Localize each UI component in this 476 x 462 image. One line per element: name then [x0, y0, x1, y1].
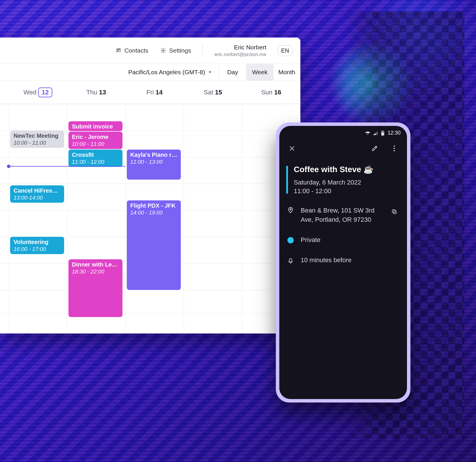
event-toolbar: [286, 141, 400, 155]
close-button[interactable]: [286, 143, 298, 154]
day-header-row: Wed12 Thu13 Fri14 Sat15 Sun16: [0, 81, 300, 104]
battery-icon: [381, 131, 385, 136]
event-piano[interactable]: Kayla's Piano reci… 11:00 - 13:00: [127, 150, 181, 180]
wifi-icon: [365, 131, 370, 135]
event-location-row: Bean & Brew, 101 SW 3rd Ave, Portland, O…: [286, 206, 400, 224]
visibility-icon: [287, 237, 294, 243]
contacts-icon: [115, 47, 122, 54]
day-header-thu[interactable]: Thu13: [67, 89, 125, 96]
timezone-label: Pacific/Los Angeles (GMT-8): [128, 69, 205, 76]
event-invoice[interactable]: Submit invoice: [68, 121, 122, 131]
calendar-window: Contacts Settings Eric Norbert eric.norb…: [0, 38, 300, 334]
controls-bar: Pacific/Los Angeles (GMT-8) Day Week Mon…: [0, 64, 300, 81]
col-wed: NewTec Meeting 10:00 - 11:00 Cancel HiFr…: [9, 104, 67, 334]
svg-point-9: [290, 208, 291, 210]
settings-link[interactable]: Settings: [160, 47, 191, 54]
view-tab-week[interactable]: Week: [246, 64, 273, 81]
timezone-selector[interactable]: Pacific/Los Angeles (GMT-8): [121, 64, 219, 81]
event-visibility: Private: [301, 235, 382, 245]
svg-rect-5: [382, 132, 384, 135]
day-header-sun[interactable]: Sun16: [242, 89, 300, 96]
event-reminder-row: 10 minutes before: [286, 256, 400, 265]
svg-point-2: [162, 50, 164, 51]
event-dinner[interactable]: Dinner with Leslie… 18:30 - 22:00: [68, 259, 122, 317]
account-name: Eric Norbert: [214, 44, 266, 51]
phone-screen: 12:30 Coffee with Steve ☕ Saturday, 6 Ma…: [279, 126, 407, 399]
event-visibility-row: Private: [286, 235, 400, 245]
col-thu: Submit invoice Eric - Jerome 10:00 - 11:…: [67, 104, 125, 334]
view-tab-day[interactable]: Day: [219, 64, 246, 81]
svg-rect-10: [393, 211, 396, 214]
svg-point-6: [394, 146, 395, 147]
more-button[interactable]: [388, 143, 400, 154]
event-eric[interactable]: Eric - Jerome 10:00 - 11:00: [68, 132, 122, 149]
bell-icon: [286, 256, 295, 264]
svg-point-7: [394, 148, 395, 149]
svg-rect-11: [392, 210, 395, 213]
event-crossfit[interactable]: Crossfit 11:00 - 12:00: [68, 150, 122, 167]
location-icon: [286, 206, 295, 213]
day-header-fri[interactable]: Fri14: [125, 89, 184, 96]
edit-button[interactable]: [369, 143, 380, 154]
event-reminder: 10 minutes before: [301, 256, 382, 265]
svg-rect-4: [382, 131, 383, 131]
copy-button[interactable]: [388, 206, 400, 217]
account-email: eric.norbert@proton.me: [214, 51, 266, 57]
contacts-label: Contacts: [124, 47, 148, 54]
status-time: 12:30: [388, 130, 401, 136]
phone-status-bar: 12:30: [365, 130, 401, 136]
topbar: Contacts Settings Eric Norbert eric.norb…: [0, 38, 300, 64]
event-time: 11:00 - 12:00: [294, 187, 400, 195]
event-location: Bean & Brew, 101 SW 3rd Ave, Portland, O…: [301, 206, 382, 224]
svg-point-0: [117, 49, 118, 50]
view-tab-month[interactable]: Month: [273, 64, 300, 81]
view-tabs: Day Week Month: [219, 64, 300, 81]
event-date: Saturday, 6 March 2022: [294, 179, 400, 186]
event-header: Coffee with Steve ☕ Saturday, 6 March 20…: [286, 165, 400, 195]
col-fri: Kayla's Piano reci… 11:00 - 13:00 Flight…: [125, 104, 184, 334]
event-volunteer[interactable]: Volunteering 16:00 - 17:00: [10, 237, 64, 254]
event-flight[interactable]: Flight PDX - JFK 14:00 - 19:00: [127, 200, 181, 290]
settings-label: Settings: [169, 47, 191, 54]
col-sat: [184, 104, 242, 334]
day-header-wed[interactable]: Wed12: [9, 87, 67, 97]
language-selector[interactable]: EN: [278, 45, 292, 56]
contacts-link[interactable]: Contacts: [115, 47, 148, 54]
calendar-grid[interactable]: NewTec Meeting 10:00 - 11:00 Cancel HiFr…: [0, 104, 300, 334]
event-cancel[interactable]: Cancel HiFresh s… 13:00-14:00: [10, 185, 64, 203]
chevron-down-icon: [208, 70, 212, 74]
account-block[interactable]: Eric Norbert eric.norbert@proton.me: [214, 44, 266, 57]
gear-icon: [160, 47, 166, 54]
day-header-sat[interactable]: Sat15: [184, 89, 242, 96]
svg-point-8: [394, 150, 395, 151]
phone-device: 12:30 Coffee with Steve ☕ Saturday, 6 Ma…: [276, 122, 410, 403]
topbar-divider: [202, 44, 203, 57]
grid-cols: NewTec Meeting 10:00 - 11:00 Cancel HiFr…: [0, 104, 300, 334]
event-newtec[interactable]: NewTec Meeting 10:00 - 11:00: [10, 131, 64, 148]
svg-point-1: [119, 49, 120, 50]
event-title: Coffee with Steve ☕: [294, 165, 400, 174]
signal-icon: [373, 131, 378, 135]
